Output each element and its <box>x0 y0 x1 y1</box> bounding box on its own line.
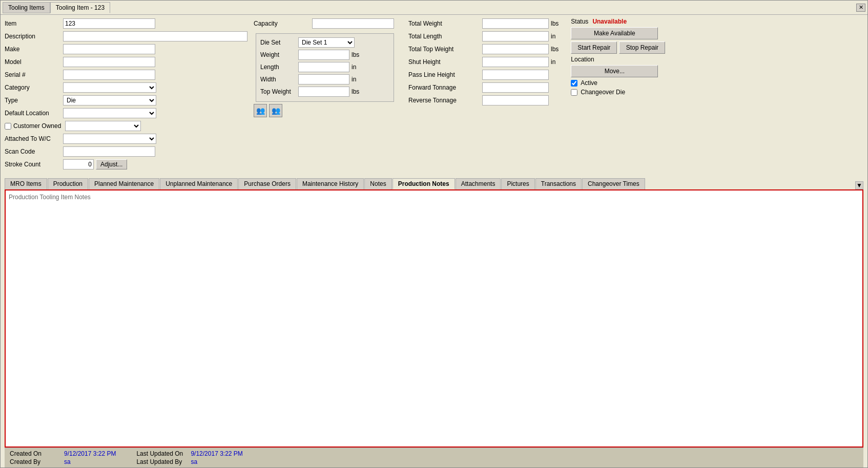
width-label: Width <box>260 76 296 83</box>
capacity-row: Capacity <box>254 18 394 29</box>
total-weight-input[interactable] <box>482 18 549 29</box>
total-top-weight-input[interactable] <box>482 44 549 54</box>
active-row: Active <box>571 79 684 87</box>
model-row: Model <box>5 56 247 68</box>
stroke-count-label: Stroke Count <box>5 161 61 168</box>
created-by-value: sa <box>64 458 71 465</box>
top-weight-unit: lbs <box>352 88 359 95</box>
tab-notes[interactable]: Notes <box>364 178 391 189</box>
length-row: Length in <box>260 61 389 73</box>
tab-purchase[interactable]: Purchase Orders <box>238 178 296 189</box>
move-button[interactable]: Move... <box>571 65 658 77</box>
total-weight-label: Total Weight <box>408 20 480 27</box>
created-on-row: Created On 9/12/2017 3:22 PM <box>10 450 116 457</box>
created-on-value: 9/12/2017 3:22 PM <box>64 450 116 457</box>
length-input[interactable] <box>298 62 349 72</box>
changeover-die-checkbox[interactable] <box>571 89 577 96</box>
scan-code-label: Scan Code <box>5 148 61 155</box>
make-available-button[interactable]: Make Available <box>571 27 658 39</box>
tab-changeover[interactable]: Changeover Times <box>582 178 645 189</box>
pass-line-height-input[interactable] <box>482 70 549 80</box>
model-input[interactable] <box>63 57 155 67</box>
type-row: Type Die <box>5 95 247 106</box>
serial-input[interactable] <box>63 70 155 80</box>
die-set-select[interactable]: Die Set 1 <box>298 37 355 48</box>
item-row: Item <box>5 18 247 29</box>
attached-wc-select[interactable] <box>63 134 156 144</box>
tabs-bar: MRO ItemsProductionPlanned MaintenanceUn… <box>5 178 646 189</box>
created-by-label: Created By <box>10 458 61 465</box>
forward-tonnage-input[interactable] <box>482 82 549 93</box>
tab-unplanned[interactable]: Unplanned Maintenance <box>160 178 238 189</box>
weight-unit: lbs <box>352 51 359 58</box>
shut-height-input[interactable] <box>482 57 549 67</box>
weight-input[interactable] <box>298 50 349 60</box>
total-length-input[interactable] <box>482 31 549 41</box>
width-input[interactable] <box>298 74 349 84</box>
tab-attachments[interactable]: Attachments <box>456 178 501 189</box>
tab-transactions[interactable]: Transactions <box>535 178 582 189</box>
form-area: Item Description Make Model Serial # <box>5 18 863 170</box>
app-tab[interactable]: Tooling Items <box>3 2 50 13</box>
item-input[interactable] <box>63 18 155 29</box>
total-length-unit: in <box>551 33 555 40</box>
search-people-icon-1[interactable]: 👥 <box>254 104 267 117</box>
tabs-overflow-button[interactable]: ▼ <box>855 181 863 189</box>
stop-repair-button[interactable]: Stop Repair <box>619 41 665 54</box>
changeover-die-label: Changeover Die <box>581 89 625 96</box>
stroke-count-row: Stroke Count Adjust... <box>5 159 247 170</box>
reverse-tonnage-input[interactable] <box>482 95 549 105</box>
title-bar: Tooling Items Tooling Item - 123 ✕ <box>1 1 867 15</box>
tab-production_notes[interactable]: Production Notes <box>392 178 455 189</box>
customer-owned-select[interactable] <box>65 121 141 131</box>
left-fields: Item Description Make Model Serial # <box>5 18 247 170</box>
tab-mro[interactable]: MRO Items <box>5 178 47 189</box>
customer-owned-checkbox[interactable] <box>5 123 11 130</box>
tab-planned[interactable]: Planned Maintenance <box>89 178 159 189</box>
weight-label: Weight <box>260 51 296 58</box>
stroke-count-input[interactable] <box>63 159 94 169</box>
status-value: Unavailable <box>592 18 627 25</box>
description-input[interactable] <box>63 31 247 41</box>
type-select[interactable]: Die <box>63 95 156 105</box>
width-unit: in <box>352 76 356 83</box>
top-weight-label: Top Weight <box>260 88 296 95</box>
tab-content-label: Production Tooling Item Notes <box>9 194 91 201</box>
capacity-and-die-set: Capacity Die Set Die Set 1 Weight lbs <box>254 18 394 170</box>
main-content: Item Description Make Model Serial # <box>1 15 867 467</box>
default-location-select[interactable] <box>63 108 156 118</box>
start-repair-button[interactable]: Start Repair <box>571 41 617 54</box>
category-select[interactable] <box>63 82 156 93</box>
make-input[interactable] <box>63 44 155 54</box>
last-updated-on-row: Last Updated On 9/12/2017 3:22 PM <box>136 450 242 457</box>
scan-code-row: Scan Code <box>5 146 247 157</box>
created-on-label: Created On <box>10 450 61 457</box>
shut-height-row: Shut Height in <box>408 56 559 68</box>
search-people-icon-2[interactable]: 👥 <box>269 104 282 117</box>
top-weight-input[interactable] <box>298 87 349 97</box>
die-set-label: Die Set <box>260 39 296 46</box>
top-weight-row: Top Weight lbs <box>260 86 389 97</box>
tab-pictures[interactable]: Pictures <box>501 178 534 189</box>
customer-owned-row: Customer Owned <box>5 120 247 132</box>
active-checkbox[interactable] <box>571 80 577 87</box>
length-label: Length <box>260 63 296 71</box>
tab-maintenance_history[interactable]: Maintenance History <box>297 178 364 189</box>
scan-code-input[interactable] <box>63 146 155 157</box>
active-label: Active <box>581 79 597 87</box>
total-top-weight-label: Total Top Weight <box>408 46 480 53</box>
width-row: Width in <box>260 74 389 85</box>
attached-wc-row: Attached To W/C <box>5 133 247 144</box>
total-top-weight-unit: lbs <box>551 46 559 53</box>
die-set-header-row: Die Set Die Set 1 <box>260 37 389 48</box>
footer-updated: Last Updated On 9/12/2017 3:22 PM Last U… <box>136 450 242 465</box>
location-label: Location <box>571 56 684 63</box>
model-label: Model <box>5 58 61 66</box>
tabs-container: MRO ItemsProductionPlanned MaintenanceUn… <box>5 174 863 189</box>
tab-production[interactable]: Production <box>48 178 88 189</box>
adjust-button[interactable]: Adjust... <box>96 159 127 169</box>
close-button[interactable]: ✕ <box>856 4 865 12</box>
capacity-input[interactable] <box>312 18 394 29</box>
reverse-tonnage-row: Reverse Tonnage <box>408 95 559 106</box>
item-tab[interactable]: Tooling Item - 123 <box>50 2 110 13</box>
